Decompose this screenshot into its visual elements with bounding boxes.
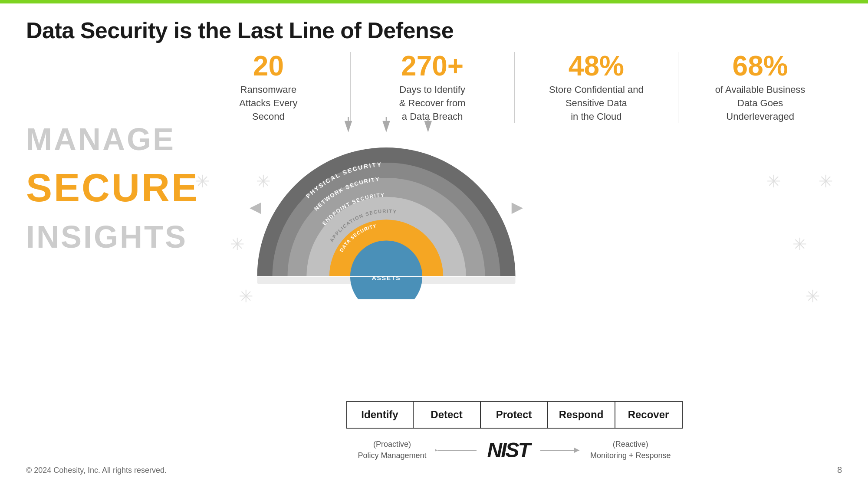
nist-box-identify: Identify: [346, 401, 414, 429]
virus-icon-1: ✳: [195, 171, 210, 191]
stat-item-cloud: 48% Store Confidential andSensitive Data…: [515, 52, 679, 123]
virus-icon-7: ✳: [792, 234, 807, 254]
label-manage: MANAGE: [26, 121, 199, 157]
svg-marker-13: [424, 121, 432, 132]
stat-number-cloud: 48%: [523, 52, 670, 80]
stat-number-underleverage: 68%: [687, 52, 833, 80]
footer-page-number: 8: [837, 465, 842, 475]
svg-marker-15: [250, 203, 261, 214]
footer-copyright: © 2024 Cohesity, Inc. All rights reserve…: [26, 466, 167, 475]
nist-box-respond: Respond: [548, 401, 615, 429]
svg-marker-16: [512, 203, 523, 214]
nist-box-detect: Detect: [414, 401, 481, 429]
nist-box-protect: Protect: [481, 401, 548, 429]
svg-marker-9: [345, 121, 352, 132]
nist-logo: NIST: [487, 438, 529, 462]
stat-number-days: 270+: [359, 52, 506, 80]
label-secure: SECURE: [26, 166, 199, 210]
stat-item-ransomware: 20 RansomwareAttacks EverySecond: [187, 52, 351, 123]
security-diagram: PHYSICAL SECURITY NETWORK SECURITY ENDPO…: [217, 117, 556, 299]
nist-label-proactive: (Proactive)Policy Management: [358, 439, 426, 461]
virus-icon-6: ✳: [819, 171, 833, 191]
nist-boxes: Identify Detect Protect Respond Recover: [187, 401, 842, 429]
top-accent-bar: [0, 0, 868, 3]
virus-icon-5: ✳: [766, 171, 781, 191]
svg-text:ASSETS: ASSETS: [372, 275, 401, 282]
nist-section: Identify Detect Protect Respond Recover …: [187, 401, 842, 462]
left-labels: MANAGE SECURE INSIGHTS: [26, 121, 199, 255]
stat-number-ransomware: 20: [195, 52, 342, 80]
stat-item-underleverage: 68% of Available BusinessData GoesUnderl…: [678, 52, 842, 123]
nist-logo-row: (Proactive)Policy Management NIST: [187, 438, 842, 462]
label-insights: INSIGHTS: [26, 219, 199, 255]
virus-icon-8: ✳: [806, 286, 820, 306]
stat-item-days: 270+ Days to Identify& Recover froma Dat…: [351, 52, 515, 123]
stats-row: 20 RansomwareAttacks EverySecond 270+ Da…: [187, 52, 842, 123]
nist-arrows-left: [435, 444, 479, 457]
stat-label-underleverage: of Available BusinessData GoesUnderlever…: [687, 83, 833, 123]
svg-marker-11: [382, 121, 390, 132]
nist-arrows-right: [538, 444, 582, 457]
nist-label-reactive: (Reactive)Monitoring + Response: [590, 439, 671, 461]
page-title: Data Security is the Last Line of Defens…: [26, 17, 454, 43]
nist-box-recover: Recover: [615, 401, 683, 429]
